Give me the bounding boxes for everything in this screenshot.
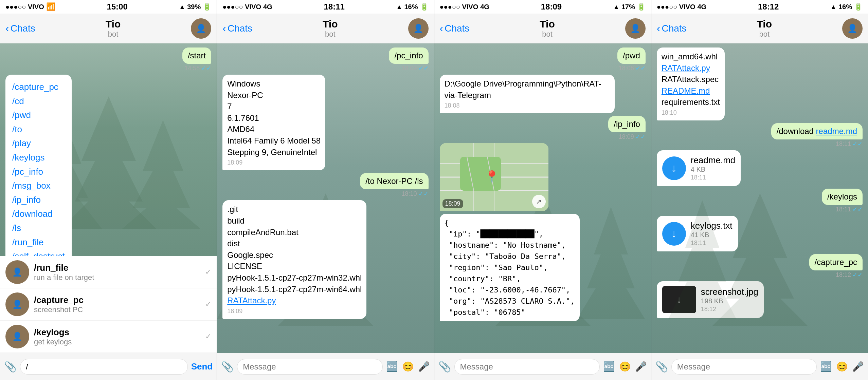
nav-avatar-2[interactable]: 👤 [408, 18, 429, 39]
cmd-capture: /capture_pc [12, 80, 65, 94]
readme-file-bubble[interactable]: ↓ readme.md 4 KB 18:11 [657, 150, 741, 186]
readme-time: 18:11 [691, 174, 736, 181]
chat-avatar-run-file: 👤 [5, 260, 29, 284]
input-icons-2: 🔤 😊 🎤 [386, 361, 430, 372]
phone-screen-1: ●●●○○ VIVO 📶 15:00 ▲ 39% 🔋 ‹ Chats Tio b… [0, 0, 217, 380]
msg-start: /start [182, 48, 211, 64]
cmd-cd: /cd [12, 94, 65, 109]
screenshot-size: 198 KB [701, 297, 758, 305]
message-input-3[interactable] [454, 359, 600, 375]
nav-bar-1: ‹ Chats Tio bot 👤 [0, 14, 217, 43]
commands-bubble: /capture_pc /cd /pwd /to /play /keylogs … [5, 75, 72, 256]
keylogs-file-bubble[interactable]: ↓ keylogs.txt 41 KB 18:11 [657, 216, 738, 251]
send-button-1[interactable]: Send [191, 361, 213, 372]
sticker-icon-2[interactable]: 😊 [402, 361, 414, 372]
attachment-icon-4[interactable]: 📎 [655, 361, 668, 373]
readme-download-icon: ↓ [662, 156, 686, 180]
nav-avatar-4[interactable]: 👤 [842, 18, 863, 39]
msg-pcinfo-time: 18:09 ✓✓ [401, 64, 428, 72]
msg-keylogs-wrapper: /keylogs 18:11 ✓✓ [657, 189, 863, 213]
back-button-4[interactable]: ‹ Chats [657, 22, 687, 35]
mic-icon-3[interactable]: 🎤 [635, 361, 647, 372]
cmd-msg-box: /msg_box [12, 179, 65, 193]
carrier-3: ●●●○○ VIVO [440, 3, 478, 11]
pwd-path: D:\Google Drive\Programming\Python\RAT-v… [445, 78, 610, 101]
input-icons-3: 🔤 😊 🎤 [603, 361, 647, 372]
ls-license: LICENSE [227, 261, 362, 272]
carrier-1: ●●●○○ VIVO [5, 3, 44, 11]
chat-checkmark-capture: ✓ [205, 300, 211, 309]
sticker-icon-3[interactable]: 😊 [619, 361, 631, 372]
status-left-1: ●●●○○ VIVO 📶 [5, 2, 55, 11]
sticker-icon-4[interactable]: 😊 [836, 361, 848, 372]
cmd-run-file: /run_file [12, 235, 65, 250]
attachment-icon-3[interactable]: 📎 [438, 361, 451, 373]
chat-area-4: win_amd64.whl RATAttack.py RATAttack.spe… [651, 43, 868, 353]
time-1: 15:00 [107, 2, 127, 12]
msg-download: /download readme.md [771, 123, 863, 139]
battery-3: 17% [621, 3, 635, 11]
chat-item-run-file[interactable]: 👤 /run_file run a file on target ✓ [0, 256, 217, 288]
msg-ls: /to Nexor-PC /ls [360, 173, 428, 189]
gps-3: ▲ [613, 3, 619, 11]
ls-time: 18:09 [227, 307, 362, 316]
check-ipinfo: ✓✓ [635, 133, 646, 140]
ls-dist: dist [227, 238, 362, 249]
pc-info-response-wrapper: Windows Nexor-PC 7 6.1.7601 AMD64 Intel6… [222, 75, 428, 170]
attachment-icon-2[interactable]: 📎 [221, 361, 234, 373]
battery-icon-3: 🔋 [637, 3, 646, 11]
cmd-ip-info: /ip_info [12, 193, 65, 207]
map-image: 📍 18:09 ↗ [440, 143, 548, 211]
input-bar-4: 📎 🔤 😊 🎤 [651, 353, 868, 380]
msg-pcinfo: /pc_info [389, 48, 428, 64]
chat-area-1: /start 14:58 ✓✓ /capture_pc /cd /pwd /to… [0, 43, 217, 256]
file-ratpy: RATAttack.py [662, 62, 720, 74]
time-3: 18:09 [541, 2, 562, 12]
cmd-ls: /ls [12, 221, 65, 235]
nav-bar-3: ‹ Chats Tio bot 👤 [434, 14, 651, 43]
map-share-button[interactable]: ↗ [532, 195, 546, 208]
gps-1: ▲ [179, 3, 185, 11]
chat-avatar-keylogs: 👤 [5, 325, 29, 348]
chat-item-capture[interactable]: 👤 /capture_pc screenshot PC ✓ [0, 288, 217, 321]
nav-title-area-3: Tio bot [469, 18, 625, 39]
check-pcinfo: ✓✓ [418, 64, 429, 72]
map-bubble[interactable]: 📍 18:09 ↗ [440, 143, 548, 211]
back-label-2: Chats [228, 23, 252, 34]
check-start: ✓✓ [201, 64, 211, 72]
recent-chats-1: 👤 /run_file run a file on target ✓ 👤 /ca… [0, 256, 217, 353]
status-bar-2: ●●●○○ VIVO 4G 18:11 ▲ 16% 🔋 [217, 0, 434, 14]
pc-line-stepping: Stepping 9, GenuineIntel [227, 147, 321, 158]
back-button-3[interactable]: ‹ Chats [440, 22, 470, 35]
mic-icon-2[interactable]: 🎤 [418, 361, 430, 372]
ls-pyhook32: pyHook-1.5.1-cp27-cp27m-win32.whl [227, 272, 362, 284]
attachment-icon-1[interactable]: 📎 [4, 361, 17, 373]
gps-4: ▲ [830, 3, 836, 11]
back-button-1[interactable]: ‹ Chats [5, 22, 35, 35]
status-right-3: ▲ 17% 🔋 [613, 3, 646, 11]
msg-start-wrapper: /start 14:58 ✓✓ [5, 48, 211, 72]
emoji-icon-4[interactable]: 🔤 [820, 361, 832, 372]
screenshot-bubble[interactable]: ↓ screenshot.jpg 198 KB 18:12 [657, 281, 764, 318]
gps-2: ▲ [396, 3, 402, 11]
map-wrapper: 📍 18:09 ↗ [440, 143, 646, 211]
status-left-2: ●●●○○ VIVO 4G [222, 3, 272, 11]
pc-line-arch: AMD64 [227, 124, 321, 135]
message-input-1[interactable] [20, 359, 188, 375]
emoji-icon-3[interactable]: 🔤 [603, 361, 615, 372]
back-button-2[interactable]: ‹ Chats [222, 22, 252, 35]
nav-avatar-3[interactable]: 👤 [625, 18, 646, 39]
chat-preview-keylogs: get keylogs [34, 338, 200, 346]
emoji-icon-2[interactable]: 🔤 [386, 361, 398, 372]
message-input-2[interactable] [237, 359, 382, 375]
chat-item-keylogs[interactable]: 👤 /keylogs get keylogs ✓ [0, 321, 217, 353]
nav-subtitle-3: bot [542, 30, 553, 39]
nav-avatar-1[interactable]: 👤 [191, 18, 211, 39]
json-response-wrapper: { "ip": "████████████", "hostname": "No … [440, 214, 646, 321]
mic-icon-4[interactable]: 🎤 [852, 361, 864, 372]
status-bar-1: ●●●○○ VIVO 📶 15:00 ▲ 39% 🔋 [0, 0, 217, 14]
keylogs-file-name: keylogs.txt [691, 221, 733, 231]
message-input-4[interactable] [671, 359, 817, 375]
4g-3: 4G [480, 3, 489, 11]
filelist-time: 18:10 [662, 109, 720, 117]
